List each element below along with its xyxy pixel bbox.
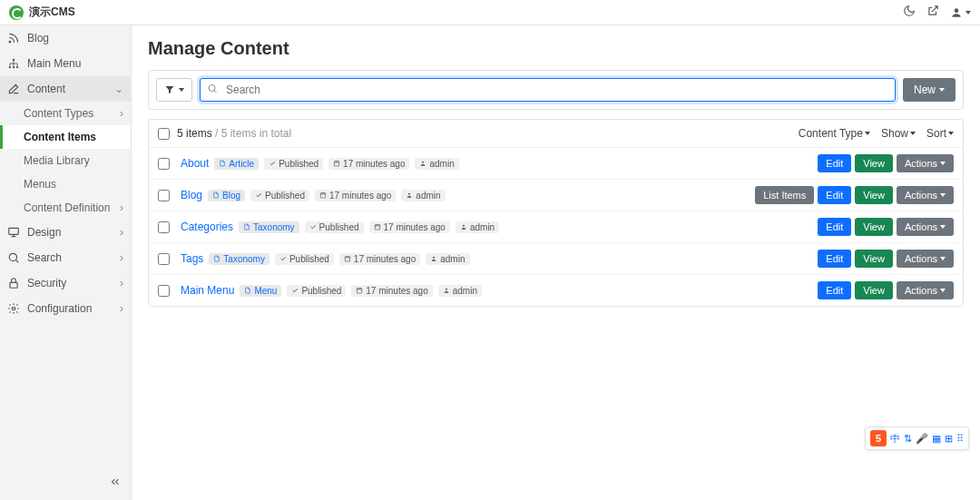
header-show-dropdown[interactable]: Show <box>881 127 916 140</box>
actions-button[interactable]: Actions <box>897 281 954 299</box>
funnel-icon <box>164 84 175 95</box>
svg-point-16 <box>463 225 465 227</box>
sidebar-subitem-content-types[interactable]: Content Types› <box>0 102 131 125</box>
sidebar-subitem-content-definition[interactable]: Content Definition› <box>0 196 131 220</box>
header-sort-dropdown[interactable]: Sort <box>926 127 954 140</box>
item-count: 5 items / 5 items in total <box>177 127 291 140</box>
user-tag[interactable]: admin <box>415 158 458 170</box>
chevron-down-icon: ⌄ <box>114 83 123 95</box>
caret-down-icon <box>940 289 946 292</box>
logo-icon <box>9 5 24 20</box>
actions-button[interactable]: Actions <box>897 186 954 204</box>
chevron-right-icon: › <box>120 251 123 264</box>
header-content-type-dropdown[interactable]: Content Type <box>799 127 870 140</box>
user-tag[interactable]: admin <box>401 190 445 201</box>
view-button[interactable]: View <box>855 250 893 268</box>
sidebar: BlogMain MenuContent⌄Content Types›Conte… <box>0 25 132 500</box>
sidebar-item-main-menu[interactable]: Main Menu <box>0 51 131 76</box>
actions-button[interactable]: Actions <box>897 218 954 236</box>
table-row: About Article Published 17 minutes ago a… <box>149 148 963 180</box>
select-all-checkbox[interactable] <box>158 128 170 140</box>
user-menu-icon[interactable] <box>950 6 971 19</box>
view-button[interactable]: View <box>855 154 893 172</box>
user-tag[interactable]: admin <box>426 253 469 265</box>
sidebar-item-design[interactable]: Design› <box>0 220 131 245</box>
table-row: Blog Blog Published 17 minutes ago admin… <box>149 180 963 211</box>
svg-point-1 <box>9 41 11 43</box>
user-tag[interactable]: admin <box>438 285 482 297</box>
sidebar-item-search[interactable]: Search› <box>0 245 131 270</box>
edit-icon <box>7 83 20 95</box>
svg-point-9 <box>12 307 15 310</box>
edit-button[interactable]: Edit <box>818 250 851 268</box>
ime-mic-icon[interactable]: 🎤 <box>916 433 928 445</box>
svg-point-3 <box>9 66 11 68</box>
item-title-link[interactable]: Categories <box>181 221 233 233</box>
sidebar-subitem-label: Content Items <box>24 131 96 143</box>
chevron-right-icon: › <box>120 201 123 214</box>
row-checkbox[interactable] <box>158 285 170 297</box>
type-tag[interactable]: Article <box>214 158 259 170</box>
sidebar-item-configuration[interactable]: Configuration› <box>0 296 131 321</box>
actions-button[interactable]: Actions <box>897 250 954 268</box>
ime-lang[interactable]: 中 <box>890 432 900 446</box>
sidebar-item-content[interactable]: Content⌄ <box>0 76 131 102</box>
view-button[interactable]: View <box>855 218 893 236</box>
ime-switch-icon[interactable]: ⇅ <box>904 433 912 445</box>
svg-point-0 <box>955 8 959 13</box>
row-checkbox[interactable] <box>158 158 170 170</box>
svg-point-12 <box>422 162 424 163</box>
type-tag[interactable]: Menu <box>240 285 281 297</box>
sidebar-item-security[interactable]: Security› <box>0 270 131 296</box>
caret-down-icon <box>865 132 870 135</box>
ime-widget[interactable]: 5 中 ⇅ 🎤 ▦ ⊞ ⠿ <box>865 426 969 450</box>
view-button[interactable]: View <box>855 281 893 299</box>
svg-rect-8 <box>10 282 17 288</box>
filter-button[interactable] <box>156 78 192 102</box>
new-button[interactable]: New <box>903 78 956 102</box>
edit-button[interactable]: Edit <box>818 218 851 236</box>
sidebar-item-blog[interactable]: Blog <box>0 25 131 51</box>
row-checkbox[interactable] <box>158 221 170 233</box>
item-title-link[interactable]: About <box>181 157 209 170</box>
user-tag[interactable]: admin <box>456 221 499 233</box>
sidebar-subitem-label: Content Types <box>24 107 93 120</box>
row-checkbox[interactable] <box>158 190 170 201</box>
item-title-link[interactable]: Blog <box>181 189 202 201</box>
ime-apps-icon[interactable]: ⠿ <box>956 433 964 445</box>
actions-button[interactable]: Actions <box>897 154 954 172</box>
item-title-link[interactable]: Tags <box>181 252 203 265</box>
svg-rect-6 <box>9 228 19 234</box>
table-row: Tags Taxonomy Published 17 minutes ago a… <box>149 243 963 275</box>
time-tag: 17 minutes ago <box>369 221 450 233</box>
type-tag[interactable]: Taxonomy <box>209 253 270 265</box>
list-header: 5 items / 5 items in total Content TypeS… <box>149 120 963 148</box>
theme-toggle-icon[interactable] <box>903 5 916 20</box>
edit-button[interactable]: Edit <box>818 186 851 204</box>
sidebar-subitem-media-library[interactable]: Media Library <box>0 149 131 172</box>
view-button[interactable]: View <box>855 186 893 204</box>
search-input[interactable] <box>200 78 896 102</box>
collapse-sidebar-icon[interactable] <box>109 475 122 491</box>
list-items-button[interactable]: List Items <box>755 186 814 204</box>
lock-icon <box>7 277 20 289</box>
time-tag: 17 minutes ago <box>328 158 409 170</box>
sidebar-subitem-content-items[interactable]: Content Items <box>0 125 131 149</box>
edit-button[interactable]: Edit <box>818 154 851 172</box>
type-tag[interactable]: Blog <box>208 190 245 201</box>
edit-button[interactable]: Edit <box>818 281 851 299</box>
ime-tool-icon[interactable]: ⊞ <box>945 433 953 445</box>
sidebar-subitem-menus[interactable]: Menus <box>0 172 131 196</box>
svg-point-4 <box>13 66 15 68</box>
svg-point-2 <box>13 59 15 61</box>
row-checkbox[interactable] <box>158 253 170 265</box>
caret-down-icon <box>940 193 946 197</box>
status-tag: Published <box>275 253 334 265</box>
brand-area[interactable]: 演示CMS <box>9 5 75 20</box>
ime-grid-icon[interactable]: ▦ <box>932 433 941 445</box>
type-tag[interactable]: Taxonomy <box>239 221 299 233</box>
toolbar: New <box>148 70 964 110</box>
external-link-icon[interactable] <box>926 5 939 20</box>
item-title-link[interactable]: Main Menu <box>181 284 234 297</box>
sidebar-item-label: Main Menu <box>27 57 81 70</box>
